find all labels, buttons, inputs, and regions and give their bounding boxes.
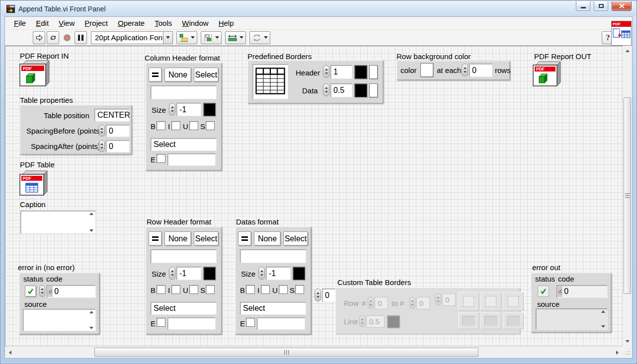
resize-grip[interactable] <box>622 346 632 358</box>
size-field[interactable]: -1 <box>266 267 291 280</box>
distribute-objects-button[interactable] <box>201 31 222 44</box>
rows-count-spinner[interactable] <box>462 64 468 76</box>
row-color-box[interactable] <box>420 63 433 77</box>
table-position-field[interactable]: CENTER <box>94 109 130 122</box>
horizontal-scrollbar-thumb[interactable] <box>94 348 478 357</box>
bold-checkbox[interactable] <box>157 121 165 130</box>
spacing-after-spinner[interactable] <box>99 140 105 152</box>
scroll-up-button[interactable] <box>623 46 633 56</box>
font-name-field[interactable] <box>151 249 217 263</box>
menu-item-file[interactable]: File <box>9 17 31 29</box>
bold-checkbox[interactable] <box>246 285 255 294</box>
menu-item-edit[interactable]: Edit <box>31 17 54 29</box>
column-field[interactable]: 0 <box>442 293 456 306</box>
vertical-scrollbar[interactable] <box>622 46 632 346</box>
error-source-field[interactable] <box>23 309 96 331</box>
row-to-field[interactable]: 0 <box>416 297 430 309</box>
data-line-color-box[interactable] <box>354 83 367 97</box>
row-to-spinner[interactable] <box>409 297 415 309</box>
font-select-button[interactable]: Select <box>194 68 219 82</box>
effects-checkbox[interactable] <box>246 318 255 327</box>
run-continuously-button[interactable] <box>47 31 59 44</box>
font-color-box[interactable] <box>293 267 305 280</box>
run-button[interactable] <box>33 31 45 44</box>
font-name-field[interactable] <box>240 249 306 263</box>
abort-button[interactable] <box>61 31 73 44</box>
size-spinner[interactable] <box>169 267 175 280</box>
line-color-box[interactable] <box>387 315 399 328</box>
data-fill-color-box[interactable] <box>369 83 378 97</box>
header-width-field[interactable]: 1 <box>330 65 352 79</box>
font-none-button[interactable]: None <box>164 231 191 246</box>
italic-checkbox[interactable] <box>171 121 180 130</box>
size-field[interactable]: -1 <box>176 267 201 280</box>
font-color-box[interactable] <box>203 267 216 280</box>
radix-indicator[interactable]: d <box>48 286 53 297</box>
error-status-checkbox[interactable] <box>25 286 36 297</box>
data-width-field[interactable]: 0.5 <box>330 83 352 97</box>
underline-checkbox[interactable] <box>279 285 288 294</box>
menu-item-view[interactable]: View <box>54 17 80 29</box>
border-index-spinner[interactable] <box>315 289 321 301</box>
source-scroll-arrows[interactable] <box>89 311 93 329</box>
pdf-report-out-control[interactable]: PDF <box>532 60 562 89</box>
underline-checkbox[interactable] <box>189 285 198 294</box>
row-from-spinner[interactable] <box>368 297 374 309</box>
pdf-table-control[interactable]: PDF <box>19 169 49 198</box>
underline-checkbox[interactable] <box>189 121 198 130</box>
error-code-spinner[interactable] <box>39 285 45 297</box>
line-width-field[interactable]: 0.5 <box>366 315 385 328</box>
caption-scroll-arrows[interactable] <box>89 213 93 232</box>
text-align-button[interactable] <box>149 68 162 82</box>
menu-item-tools[interactable]: Tools <box>150 17 177 29</box>
effects-field[interactable] <box>257 317 305 330</box>
size-spinner[interactable] <box>169 103 175 116</box>
text-align-button[interactable] <box>238 231 251 246</box>
scroll-down-button[interactable] <box>623 336 633 346</box>
source-scroll-arrows[interactable] <box>601 310 605 328</box>
size-spinner[interactable] <box>258 267 265 280</box>
font-select-field[interactable]: Select <box>240 302 306 315</box>
align-objects-button[interactable] <box>176 31 197 44</box>
header-fill-color-box[interactable] <box>369 65 378 79</box>
font-select-button[interactable]: Select <box>283 231 308 246</box>
strikeout-checkbox[interactable] <box>295 285 304 294</box>
font-selector[interactable]: 20pt Application Font <box>91 31 173 44</box>
strikeout-checkbox[interactable] <box>206 285 215 294</box>
column-spinner[interactable] <box>435 293 441 305</box>
vertical-scrollbar-thumb[interactable] <box>624 97 631 294</box>
border-checkbox[interactable] <box>508 296 519 307</box>
border-index-field[interactable]: 0 <box>322 289 336 302</box>
resize-objects-button[interactable] <box>225 31 246 44</box>
titlebar[interactable]: Append Table.vi Front Panel <box>1 1 636 16</box>
italic-checkbox[interactable] <box>261 285 270 294</box>
rows-count-field[interactable]: 0 <box>469 64 492 77</box>
caption-field[interactable] <box>20 211 96 234</box>
border-checkbox[interactable] <box>485 296 496 307</box>
font-name-field[interactable] <box>151 85 217 99</box>
vi-icon[interactable]: PDF <box>611 21 632 46</box>
font-select-button[interactable]: Select <box>194 231 219 246</box>
menu-item-window[interactable]: Window <box>177 17 213 29</box>
font-select-field[interactable]: Select <box>151 302 217 315</box>
font-selector-dropdown-button[interactable] <box>163 32 172 44</box>
scroll-left-button[interactable] <box>5 347 15 359</box>
minimize-button[interactable] <box>576 1 590 11</box>
close-button[interactable] <box>612 1 632 11</box>
italic-checkbox[interactable] <box>171 285 180 294</box>
horizontal-scrollbar[interactable] <box>5 346 622 358</box>
size-field[interactable]: -1 <box>176 103 201 116</box>
line-width-spinner[interactable] <box>359 315 365 327</box>
bold-checkbox[interactable] <box>157 285 165 294</box>
header-width-spinner[interactable] <box>323 65 329 78</box>
effects-field[interactable] <box>167 317 216 330</box>
data-width-spinner[interactable] <box>323 83 329 96</box>
effects-field[interactable] <box>167 153 216 166</box>
pause-button[interactable] <box>75 31 87 44</box>
font-color-box[interactable] <box>203 103 216 116</box>
border-checkbox[interactable] <box>463 296 474 307</box>
reorder-button[interactable] <box>249 31 270 44</box>
spacing-before-spinner[interactable] <box>99 125 105 137</box>
font-select-field[interactable]: Select <box>151 138 217 151</box>
menu-item-help[interactable]: Help <box>214 17 239 29</box>
